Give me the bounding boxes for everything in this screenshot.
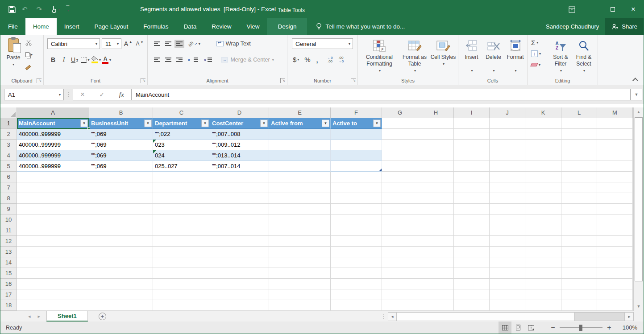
cell-B18[interactable] xyxy=(89,300,153,311)
cell-C15[interactable] xyxy=(153,268,210,279)
cell-L17[interactable] xyxy=(561,289,597,300)
cell-K1[interactable] xyxy=(525,118,561,129)
cell-L18[interactable] xyxy=(561,300,597,311)
cell-C4[interactable]: 024 xyxy=(153,150,210,161)
find-select-button[interactable]: Find & Select▾ xyxy=(572,35,595,76)
cell-G17[interactable] xyxy=(382,289,418,300)
cell-A7[interactable] xyxy=(17,182,89,193)
cell-K6[interactable] xyxy=(525,172,561,182)
cell-K3[interactable] xyxy=(525,140,561,150)
cell-A12[interactable] xyxy=(17,236,89,247)
cell-M10[interactable] xyxy=(597,214,633,225)
cell-G2[interactable] xyxy=(382,129,418,140)
cell-D1[interactable]: CostCenter▼ xyxy=(210,118,269,129)
cell-C9[interactable] xyxy=(153,204,210,214)
number-format-combo[interactable]: General▾ xyxy=(292,38,353,49)
cell-D6[interactable] xyxy=(210,172,269,182)
cell-K13[interactable] xyxy=(525,247,561,257)
cell-D5[interactable]: "";007..014 xyxy=(210,161,269,172)
cell-B10[interactable] xyxy=(89,214,153,225)
vertical-scroll-thumb[interactable] xyxy=(635,117,643,281)
cell-B14[interactable] xyxy=(89,257,153,268)
cell-M12[interactable] xyxy=(597,236,633,247)
cell-B16[interactable] xyxy=(89,279,153,289)
font-size-combo[interactable]: 11▾ xyxy=(102,38,121,49)
font-color-button[interactable]: A▾ xyxy=(102,54,112,65)
cell-F18[interactable] xyxy=(331,300,382,311)
cell-H4[interactable] xyxy=(418,150,454,161)
cell-B12[interactable] xyxy=(89,236,153,247)
cell-B9[interactable] xyxy=(89,204,153,214)
copy-button[interactable]: ▾ xyxy=(25,50,33,59)
cell-E4[interactable] xyxy=(269,150,331,161)
cell-A16[interactable] xyxy=(17,279,89,289)
row-header-12[interactable]: 12 xyxy=(0,236,17,247)
cell-M9[interactable] xyxy=(597,204,633,214)
bottom-align-button[interactable] xyxy=(175,40,184,48)
cell-M18[interactable] xyxy=(597,300,633,311)
cell-M4[interactable] xyxy=(597,150,633,161)
cell-C16[interactable] xyxy=(153,279,210,289)
cell-F6[interactable] xyxy=(331,172,382,182)
cell-C1[interactable]: Department▼ xyxy=(153,118,210,129)
cell-C10[interactable] xyxy=(153,214,210,225)
cell-D17[interactable] xyxy=(210,289,269,300)
wrap-text-button[interactable]: Wrap Text xyxy=(216,41,251,47)
underline-button[interactable]: U▾ xyxy=(70,54,79,65)
cell-J3[interactable] xyxy=(490,140,525,150)
cell-C8[interactable] xyxy=(153,193,210,204)
cell-B2[interactable]: "";069 xyxy=(89,129,153,140)
cell-H8[interactable] xyxy=(418,193,454,204)
cell-F4[interactable] xyxy=(331,150,382,161)
cell-C13[interactable] xyxy=(153,247,210,257)
cell-G1[interactable] xyxy=(382,118,418,129)
row-header-7[interactable]: 7 xyxy=(0,182,17,193)
cell-I18[interactable] xyxy=(454,300,490,311)
tab-design[interactable]: Design xyxy=(267,18,307,35)
clipboard-dialog-launcher[interactable]: ↘ xyxy=(37,78,42,83)
cell-A6[interactable] xyxy=(17,172,89,182)
cell-K7[interactable] xyxy=(525,182,561,193)
tab-file[interactable]: File xyxy=(0,18,25,35)
row-header-11[interactable]: 11 xyxy=(0,225,17,236)
cell-L16[interactable] xyxy=(561,279,597,289)
cell-H1[interactable] xyxy=(418,118,454,129)
cell-F17[interactable] xyxy=(331,289,382,300)
cell-B13[interactable] xyxy=(89,247,153,257)
cell-F5[interactable] xyxy=(331,161,382,172)
cell-F10[interactable] xyxy=(331,214,382,225)
cell-F16[interactable] xyxy=(331,279,382,289)
cell-F15[interactable] xyxy=(331,268,382,279)
cell-I2[interactable] xyxy=(454,129,490,140)
row-header-9[interactable]: 9 xyxy=(0,204,17,214)
cell-M3[interactable] xyxy=(597,140,633,150)
cell-B15[interactable] xyxy=(89,268,153,279)
row-header-5[interactable]: 5 xyxy=(0,161,17,172)
grow-font-button[interactable]: A▲ xyxy=(123,38,133,49)
merge-center-button[interactable]: ↔Merge & Center▾ xyxy=(221,57,274,63)
row-header-15[interactable]: 15 xyxy=(0,268,17,279)
normal-view-button[interactable] xyxy=(499,322,511,334)
cell-F11[interactable] xyxy=(331,225,382,236)
cell-B5[interactable]: "";069 xyxy=(89,161,153,172)
cell-D12[interactable] xyxy=(210,236,269,247)
page-break-preview-button[interactable] xyxy=(524,322,537,334)
cell-H2[interactable] xyxy=(418,129,454,140)
tab-review[interactable]: Review xyxy=(204,18,239,35)
increase-indent-button[interactable]: ⇥ xyxy=(202,54,212,65)
col-header-A[interactable]: A xyxy=(17,107,89,118)
cell-D14[interactable] xyxy=(210,257,269,268)
cell-D15[interactable] xyxy=(210,268,269,279)
cell-G8[interactable] xyxy=(382,193,418,204)
cell-F1[interactable]: Active to▼ xyxy=(331,118,382,129)
align-right-button[interactable] xyxy=(175,56,184,64)
top-align-button[interactable] xyxy=(152,40,162,48)
cell-M2[interactable] xyxy=(597,129,633,140)
cell-H11[interactable] xyxy=(418,225,454,236)
cell-D4[interactable]: "";013..014 xyxy=(210,150,269,161)
cell-C7[interactable] xyxy=(153,182,210,193)
borders-button[interactable]: ▾ xyxy=(80,54,90,65)
col-header-K[interactable]: K xyxy=(525,107,561,118)
cell-M14[interactable] xyxy=(597,257,633,268)
cell-A10[interactable] xyxy=(17,214,89,225)
